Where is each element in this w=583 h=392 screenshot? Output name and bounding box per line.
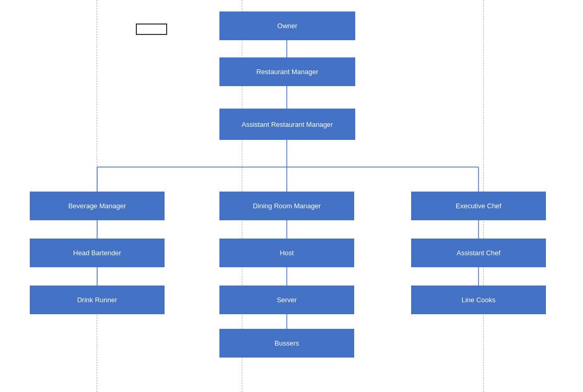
box-executive-chef-label: Executive Chef — [456, 202, 501, 210]
box-server[interactable]: Server — [219, 286, 354, 314]
selection-rectangle[interactable] — [136, 23, 167, 35]
box-restaurant-manager-label: Restaurant Manager — [256, 68, 319, 76]
box-line-cooks[interactable]: Line Cooks — [411, 286, 546, 314]
box-host-label: Host — [280, 249, 294, 257]
box-assistant-restaurant-manager-label: Assistant Restaurant Manager — [242, 121, 333, 128]
box-assistant-chef[interactable]: Assistant Chef — [411, 239, 546, 267]
box-owner-label: Owner — [277, 22, 297, 30]
box-line-cooks-label: Line Cooks — [461, 296, 495, 304]
box-assistant-restaurant-manager[interactable]: Assistant Restaurant Manager — [219, 109, 355, 140]
box-beverage-manager-label: Beverage Manager — [68, 202, 126, 210]
box-bussers-label: Bussers — [275, 339, 299, 347]
box-owner[interactable]: Owner — [219, 11, 355, 40]
box-beverage-manager[interactable]: Beverage Manager — [30, 192, 165, 220]
box-executive-chef[interactable]: Executive Chef — [411, 192, 546, 220]
box-dining-room-manager[interactable]: Dining Room Manager — [219, 192, 354, 220]
box-head-bartender-label: Head Bartender — [73, 249, 121, 257]
box-restaurant-manager[interactable]: Restaurant Manager — [219, 57, 355, 86]
box-assistant-chef-label: Assistant Chef — [457, 249, 500, 257]
box-drink-runner-label: Drink Runner — [77, 296, 118, 304]
box-bussers[interactable]: Bussers — [219, 329, 354, 358]
box-server-label: Server — [277, 296, 297, 304]
box-dining-room-manager-label: Dining Room Manager — [253, 202, 321, 210]
box-host[interactable]: Host — [219, 239, 354, 267]
org-chart: Owner Restaurant Manager Assistant Resta… — [0, 0, 583, 392]
box-head-bartender[interactable]: Head Bartender — [30, 239, 165, 267]
box-drink-runner[interactable]: Drink Runner — [30, 286, 165, 314]
